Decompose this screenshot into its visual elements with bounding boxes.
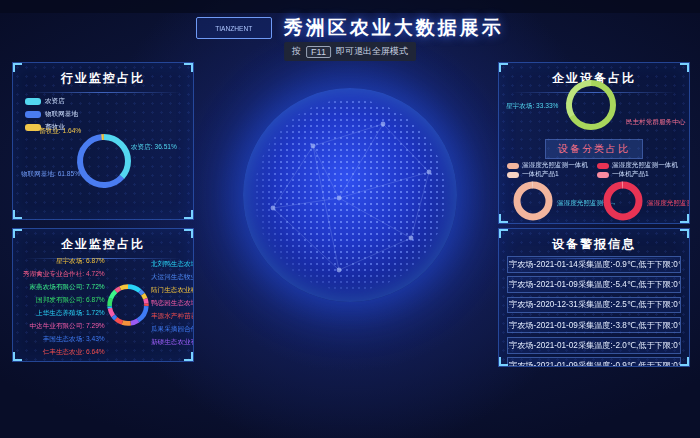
legend-label: 温湿度光照监测一体机	[522, 162, 588, 169]
enterprise-label: 陆门生态农业科技有限公	[151, 287, 194, 294]
legend-label: 农资店	[45, 98, 65, 105]
enterprise-label: 家燕农场有限公司: 7.72%	[30, 284, 105, 291]
dashboard: TIANZHENT 秀洲区农业大数据展示 按 F11 即可退出全屏模式 行业监控…	[0, 0, 700, 438]
device-class-legend: 温湿度光照监测一体机 一体机产品1	[507, 161, 595, 179]
globe-network-lines	[243, 88, 457, 302]
legend-swatch	[597, 163, 609, 169]
legend-label: 一体机产品1	[522, 171, 559, 178]
globe	[243, 88, 457, 302]
enterprise-label: 大运河生态牧业有限责任公	[151, 274, 194, 281]
legend-swatch	[25, 98, 41, 105]
panel-industry-ratio: 行业监控占比 农资店 物联网基地 畜牧业 畜牧业: 1.64% 农资店: 36.…	[12, 62, 194, 220]
panel-enterprise-ratio: 企业监控占比 星宇农场: 6.87%秀湖禽业专业合作社: 4.72%家燕农场有限…	[12, 228, 194, 362]
device-class-group-1: 温湿度光照监测一体机 一体机产品1 温湿度光照监测一→	[507, 161, 595, 221]
enterprise-label: 仁丰生态农业: 6.64%	[43, 349, 105, 356]
fullscreen-hint: 按 F11 即可退出全屏模式	[284, 42, 416, 61]
alarm-text: 星宇农场-2021-01-02采集温度:-2.0℃,低于下限:0℃	[507, 341, 681, 350]
alarm-row: 星宇农场-2020-12-31采集温度:-2.5℃,低于下限:0℃	[507, 297, 681, 314]
enterprise-left-labels: 星宇农场: 6.87%秀湖禽业专业合作社: 4.72%家燕农场有限公司: 7.7…	[19, 255, 105, 355]
enterprise-label: 丰源水产种苗养殖场: 1.	[151, 313, 194, 320]
equipment-label: 星宇农场: 33.33%	[506, 96, 601, 114]
industry-donut-chart[interactable]	[74, 131, 134, 191]
device-class-title: 设备分类占比	[545, 139, 643, 159]
device-class-pointer-label: 温湿度光照监测一→	[647, 193, 690, 211]
panel-title: 企业监控占比	[13, 229, 193, 253]
device-class-group-2: 温湿度光照监测一体机 一体机产品1 温湿度光照监测一→	[597, 161, 687, 221]
alarm-row: 星宇农场-2021-01-09采集温度:-5.4℃,低于下限:0℃	[507, 276, 681, 293]
header: TIANZHENT 秀洲区农业大数据展示	[0, 15, 700, 41]
f11-key: F11	[306, 46, 331, 58]
hint-suffix: 即可退出全屏模式	[336, 45, 408, 58]
alarm-text: 星宇农场-2020-12-31采集温度:-2.5℃,低于下限:0℃	[507, 300, 681, 309]
enterprise-label: 国邦发有限公司: 6.87%	[36, 297, 105, 304]
legend-item[interactable]: 温湿度光照监测一体机	[507, 161, 595, 170]
panel-title: 行业监控占比	[13, 63, 193, 87]
enterprise-label: 星宇农场: 6.87%	[56, 258, 105, 265]
enterprise-label: 丰国生态农场: 3.43%	[43, 336, 105, 343]
alarm-row: 星宇农场-2021-01-02采集温度:-2.0℃,低于下限:0℃	[507, 337, 681, 354]
device-class-donut-1[interactable]	[511, 179, 555, 223]
alarm-row: 星宇农场-2021-01-09采集温度:-0.9℃,低于下限:0℃	[507, 357, 681, 367]
logo: TIANZHENT	[196, 17, 271, 39]
logo-text: TIANZHENT	[215, 26, 252, 33]
legend-swatch	[507, 163, 519, 169]
enterprise-label: 鸭恋园生态农场: 4.29	[151, 300, 194, 307]
alarm-list[interactable]: 星宇农场-2021-01-14采集温度:-0.9℃,低于下限:0℃ 星宇农场-2…	[507, 256, 681, 367]
top-shade	[0, 0, 700, 13]
enterprise-label: 北刘鸭生态农场: 11.16%	[151, 261, 194, 268]
legend-item[interactable]: 农资店	[25, 95, 105, 108]
hint-prefix: 按	[292, 45, 301, 58]
legend-swatch	[507, 172, 519, 178]
legend-item[interactable]: 物联网基地	[25, 108, 105, 121]
legend-swatch	[597, 172, 609, 178]
enterprise-chart-area: 星宇农场: 6.87%秀湖禽业专业合作社: 4.72%家燕农场有限公司: 7.7…	[19, 255, 191, 355]
page-title: 秀洲区农业大数据展示	[284, 15, 504, 41]
legend-label: 一体机产品1	[612, 171, 649, 178]
enterprise-donut-chart[interactable]	[105, 282, 151, 328]
legend-swatch	[25, 111, 41, 118]
panel-device-alarms: 设备警报信息 星宇农场-2021-01-14采集温度:-0.9℃,低于下限:0℃…	[498, 228, 690, 367]
enterprise-label: 新硕生态农业有限公司: 6.87	[151, 339, 194, 346]
legend-label: 物联网基地	[45, 111, 78, 118]
alarm-text: 星宇农场-2021-01-09采集温度:-3.8℃,低于下限:0℃	[507, 321, 681, 330]
industry-label: 农资店: 36.51%	[131, 137, 194, 155]
device-class-legend: 温湿度光照监测一体机 一体机产品1	[597, 161, 687, 179]
enterprise-label: 秀湖禽业专业合作社: 4.72%	[23, 271, 105, 278]
alarm-text: 星宇农场-2021-01-14采集温度:-0.9℃,低于下限:0℃	[507, 260, 681, 269]
legend-label: 温湿度光照监测一体机	[612, 162, 678, 169]
enterprise-label: 上华生态养殖场: 1.72%	[36, 310, 105, 317]
enterprise-right-labels: 北刘鸭生态农场: 11.16%大运河生态牧业有限责任公陆门生态农业科技有限公鸭恋…	[151, 255, 194, 355]
alarm-text: 星宇农场-2021-01-09采集温度:-5.4℃,低于下限:0℃	[507, 280, 681, 289]
equipment-label: 民主村党群服务中心	[626, 112, 690, 130]
enterprise-label: 中达牛业有限公司: 7.29%	[30, 323, 105, 330]
panel-title: 设备警报信息	[499, 229, 689, 253]
alarm-row: 星宇农场-2021-01-14采集温度:-0.9℃,低于下限:0℃	[507, 256, 681, 273]
industry-label: 畜牧业: 1.64%	[39, 121, 116, 139]
legend-item[interactable]: 一体机产品1	[597, 170, 687, 179]
enterprise-donut-wrap	[105, 255, 151, 355]
enterprise-label: 瓜果采摘园合作社: 15.02%	[151, 326, 194, 333]
legend-item[interactable]: 一体机产品1	[507, 170, 595, 179]
legend-item[interactable]: 温湿度光照监测一体机	[597, 161, 687, 170]
panel-equipment-ratio: 企业设备占比 星宇农场: 33.33% 民主村党群服务中心 设备分类占比 温湿度…	[498, 62, 690, 224]
divider	[25, 92, 181, 93]
alarm-row: 星宇农场-2021-01-09采集温度:-3.8℃,低于下限:0℃	[507, 317, 681, 334]
device-class-donut-2[interactable]	[601, 179, 645, 223]
industry-label: 物联网基地: 61.85%	[21, 164, 128, 182]
alarm-text: 星宇农场-2021-01-09采集温度:-0.9℃,低于下限:0℃	[507, 361, 681, 367]
